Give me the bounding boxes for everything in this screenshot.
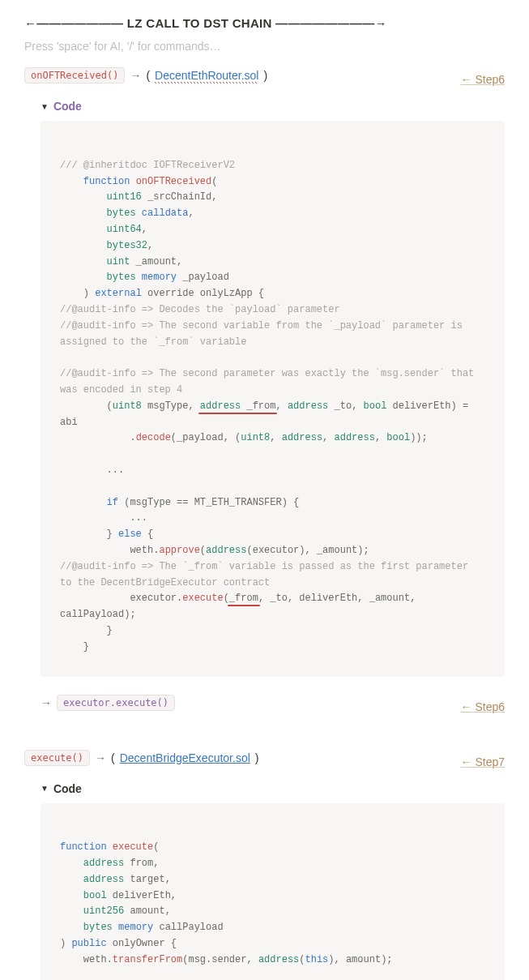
paren: ( [200, 545, 206, 556]
comma: , [375, 432, 386, 443]
type: address [282, 432, 322, 443]
spacer [24, 727, 505, 750]
toggle-triangle-icon: ▼ [41, 102, 49, 111]
comment: //@audit-info => Decodes the `payload` p… [60, 304, 340, 315]
fn-pill-onoftreceived[interactable]: onOFTReceived() [24, 67, 125, 83]
ident: deliverEth [386, 400, 450, 412]
file-link-decentethrouter[interactable]: DecentEthRouter.sol [155, 69, 258, 82]
arg: _amount); [311, 545, 369, 556]
paren: ( [299, 954, 305, 965]
paren: )); [410, 432, 428, 443]
mods: override onlyLzApp [142, 288, 258, 299]
ident: from [124, 858, 153, 869]
arrow-icon: → [95, 751, 106, 764]
editor-placeholder[interactable]: Press 'space' for AI, '/' for commands… [24, 40, 505, 53]
fn: approve [159, 545, 199, 556]
code-line: /// @inheritdoc IOFTReceiverV2 [60, 160, 235, 171]
paren: ) [83, 288, 89, 299]
paren: ( [224, 593, 229, 604]
comma: , [322, 432, 334, 443]
arg-underlined: _from [229, 593, 258, 604]
arrow-icon: → [130, 69, 141, 82]
comma: , [258, 593, 264, 604]
paren: ( [107, 400, 113, 412]
obj: executor [130, 593, 177, 604]
toggle-label-1: Code [53, 100, 82, 113]
fn-pill-execute[interactable]: execute() [24, 750, 90, 766]
arrow-icon: → [41, 696, 52, 709]
brace: { [147, 529, 153, 540]
comma: , [188, 400, 199, 412]
code-toggle-1[interactable]: ▼ Code [41, 100, 505, 113]
kw: public [66, 938, 106, 949]
callout-left-3: execute() → (DecentBridgeExecutor.sol) [24, 750, 258, 766]
file-link-decentbridgeexecutor[interactable]: DecentBridgeExecutor.sol [120, 751, 250, 764]
comma: , [142, 224, 147, 235]
comma: , [246, 954, 252, 965]
paren-close: ) [255, 751, 259, 764]
brace: } [107, 625, 113, 636]
comma: , [177, 256, 182, 267]
comment: //@audit-info => The second parameter wa… [60, 368, 480, 396]
fn: decode [136, 432, 171, 443]
type: uint8 [113, 400, 142, 412]
comma: , [352, 400, 363, 412]
type: bool [386, 432, 410, 443]
arg: _amount [364, 593, 411, 604]
type: bytes [83, 922, 113, 933]
type: address [253, 954, 300, 965]
arg: amount); [340, 954, 393, 965]
type: uint8 [241, 432, 270, 443]
cond: (msgType == MT_ETH_TRANSFER) [118, 497, 293, 508]
arg: (_payload [171, 432, 224, 443]
callout-left-1: onOFTReceived() → (DecentEthRouter.sol) [24, 67, 267, 83]
type: uint256 [83, 905, 124, 917]
paren: ( [153, 841, 159, 853]
ident-underlined: _from [241, 400, 275, 412]
fn-pill-executor-execute[interactable]: executor.execute() [57, 695, 175, 711]
paren: ( [211, 176, 217, 187]
ident: deliverEth [107, 890, 171, 901]
ident: _to [328, 400, 352, 412]
callout-row-2: → executor.execute() ← Step6 [41, 695, 505, 719]
kw-else: else [113, 529, 147, 540]
ident: _srcChainId [142, 191, 211, 203]
step6-link-2[interactable]: ← Step6 [461, 700, 505, 713]
mods: onlyOwner [107, 938, 171, 949]
obj: weth [83, 954, 107, 965]
step6-link-1[interactable]: ← Step6 [461, 73, 505, 86]
type: uint [107, 256, 130, 267]
code-toggle-2[interactable]: ▼ Code [41, 782, 505, 795]
type: uint64 [107, 224, 142, 235]
comma: , [147, 240, 153, 251]
fn-name: execute [107, 841, 154, 853]
kw: calldata [136, 208, 189, 219]
kw-function: function [60, 841, 107, 853]
ident: _payload [177, 272, 229, 283]
dot: . [130, 432, 135, 443]
comma: , [357, 593, 363, 604]
comma: , [165, 874, 171, 885]
fn: execute [182, 593, 223, 604]
ident: callPayload [153, 922, 223, 933]
code-block-1: /// @inheritdoc IOFTReceiverV2 function … [41, 121, 505, 677]
kw: memory [113, 922, 153, 933]
arg: deliverEth [293, 593, 357, 604]
comma: , [224, 432, 229, 443]
type: bytes [107, 272, 136, 283]
type: address [83, 874, 124, 885]
brace: { [171, 938, 177, 949]
type: address [335, 432, 375, 443]
comment: //@audit-info => The second variable fro… [60, 320, 468, 348]
type: bytes32 [107, 240, 147, 251]
comma: , [211, 191, 217, 203]
paren: ( [229, 432, 241, 443]
toggle-triangle-icon: ▼ [41, 784, 49, 793]
comment: //@audit-info => The `_from` variable is… [60, 561, 474, 588]
ident: msgType [142, 400, 189, 412]
callout-left-2: → executor.execute() [41, 695, 175, 711]
step7-link[interactable]: ← Step7 [461, 755, 505, 768]
comma: , [305, 545, 311, 556]
type: address [288, 400, 328, 412]
ellipsis: ... [107, 464, 125, 476]
